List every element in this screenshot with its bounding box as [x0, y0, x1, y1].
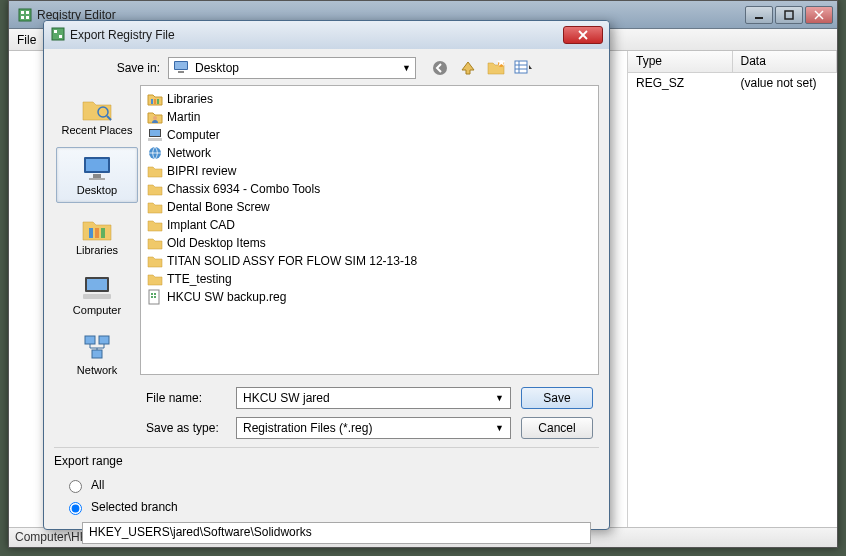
file-item[interactable]: Computer [147, 126, 592, 144]
filename-label: File name: [146, 391, 226, 405]
svg-rect-30 [89, 228, 93, 238]
file-name: Computer [167, 128, 220, 142]
dialog-titlebar[interactable]: Export Registry File [44, 21, 609, 49]
svg-rect-37 [99, 336, 109, 344]
svg-rect-38 [92, 350, 102, 358]
branch-path-input[interactable]: HKEY_USERS\jared\Software\Solidworks [82, 522, 591, 544]
libraries-icon [147, 91, 163, 107]
svg-rect-52 [151, 293, 153, 295]
svg-rect-9 [52, 28, 64, 40]
place-label: Desktop [77, 184, 117, 196]
file-item[interactable]: Libraries [147, 90, 592, 108]
file-name: Network [167, 146, 211, 160]
svg-rect-15 [175, 62, 187, 69]
svg-rect-10 [54, 30, 57, 33]
user-icon [147, 109, 163, 125]
folder-icon [147, 235, 163, 251]
export-dialog: Export Registry File Save in: Desktop ▼ … [43, 20, 610, 530]
place-label: Computer [73, 304, 121, 316]
place-label: Recent Places [62, 124, 133, 136]
value-type: REG_SZ [628, 73, 733, 93]
svg-rect-53 [154, 293, 156, 295]
save-button[interactable]: Save [521, 387, 593, 409]
file-name: Implant CAD [167, 218, 235, 232]
computer-place-icon [81, 274, 113, 302]
place-computer[interactable]: Computer [56, 267, 138, 323]
svg-rect-44 [154, 99, 156, 104]
file-item[interactable]: Dental Bone Screw [147, 198, 592, 216]
svg-rect-6 [785, 11, 793, 19]
value-data: (value not set) [733, 73, 838, 93]
values-pane: Type Data REG_SZ (value not set) [627, 51, 837, 527]
file-name: BIPRI review [167, 164, 236, 178]
menu-file[interactable]: File [17, 33, 36, 47]
svg-rect-55 [154, 296, 156, 298]
radio-selected-branch[interactable] [69, 502, 82, 515]
network-place-icon [81, 334, 113, 362]
folder-icon [147, 163, 163, 179]
file-name: TITAN SOLID ASSY FOR FLOW SIM 12-13-18 [167, 254, 417, 268]
file-item[interactable]: BIPRI review [147, 162, 592, 180]
file-name: Dental Bone Screw [167, 200, 270, 214]
svg-point-46 [153, 116, 157, 120]
file-item[interactable]: HKCU SW backup.reg [147, 288, 592, 306]
place-label: Libraries [76, 244, 118, 256]
desktop-place-icon [81, 154, 113, 182]
desktop-icon [173, 60, 189, 77]
file-name: Old Desktop Items [167, 236, 266, 250]
file-item[interactable]: Implant CAD [147, 216, 592, 234]
chevron-down-icon: ▼ [495, 393, 504, 403]
file-item[interactable]: Old Desktop Items [147, 234, 592, 252]
place-desktop[interactable]: Desktop [56, 147, 138, 203]
chevron-down-icon: ▼ [495, 423, 504, 433]
file-name: Martin [167, 110, 200, 124]
svg-rect-43 [151, 99, 153, 104]
svg-rect-45 [157, 99, 159, 104]
place-recent[interactable]: Recent Places [56, 87, 138, 143]
svg-rect-54 [151, 296, 153, 298]
maximize-button[interactable] [775, 6, 803, 24]
svg-rect-16 [178, 71, 184, 73]
column-type-header[interactable]: Type [628, 51, 733, 72]
svg-rect-27 [86, 159, 108, 171]
radio-all[interactable] [69, 480, 82, 493]
savetype-combo[interactable]: Registration Files (*.reg) ▼ [236, 417, 511, 439]
file-item[interactable]: Chassix 6934 - Combo Tools [147, 180, 592, 198]
file-item[interactable]: Network [147, 144, 592, 162]
file-list[interactable]: LibrariesMartinComputerNetworkBIPRI revi… [140, 85, 599, 375]
folder-icon [147, 181, 163, 197]
column-data-header[interactable]: Data [733, 51, 838, 72]
value-row[interactable]: REG_SZ (value not set) [628, 73, 837, 93]
svg-rect-11 [59, 35, 62, 38]
cancel-button[interactable]: Cancel [521, 417, 593, 439]
filename-input[interactable]: HKCU SW jared ▼ [236, 387, 511, 409]
close-button[interactable] [805, 6, 833, 24]
export-range-label: Export range [54, 454, 599, 468]
radio-all-row[interactable]: All [54, 474, 599, 496]
radio-selected-row[interactable]: Selected branch [54, 496, 599, 518]
place-network[interactable]: Network [56, 327, 138, 383]
place-libraries[interactable]: Libraries [56, 207, 138, 263]
savein-combo[interactable]: Desktop ▼ [168, 57, 416, 79]
places-bar: Recent Places Desktop Libraries Computer… [54, 85, 140, 375]
app-icon [17, 7, 33, 23]
file-item[interactable]: Martin [147, 108, 592, 126]
savein-label: Save in: [110, 61, 160, 75]
dialog-close-button[interactable] [563, 26, 603, 44]
libraries-place-icon [81, 214, 113, 242]
filename-value: HKCU SW jared [243, 391, 330, 405]
new-folder-button[interactable]: ★ [486, 58, 506, 78]
chevron-down-icon: ▼ [402, 63, 411, 73]
back-button[interactable] [430, 58, 450, 78]
svg-text:★: ★ [496, 60, 506, 69]
savetype-value: Registration Files (*.reg) [243, 421, 372, 435]
folder-icon [147, 217, 163, 233]
view-menu-button[interactable] [514, 58, 534, 78]
svg-rect-35 [83, 294, 111, 299]
file-name: Chassix 6934 - Combo Tools [167, 182, 320, 196]
file-item[interactable]: TTE_testing [147, 270, 592, 288]
file-item[interactable]: TITAN SOLID ASSY FOR FLOW SIM 12-13-18 [147, 252, 592, 270]
up-button[interactable] [458, 58, 478, 78]
minimize-button[interactable] [745, 6, 773, 24]
savein-value: Desktop [195, 61, 239, 75]
